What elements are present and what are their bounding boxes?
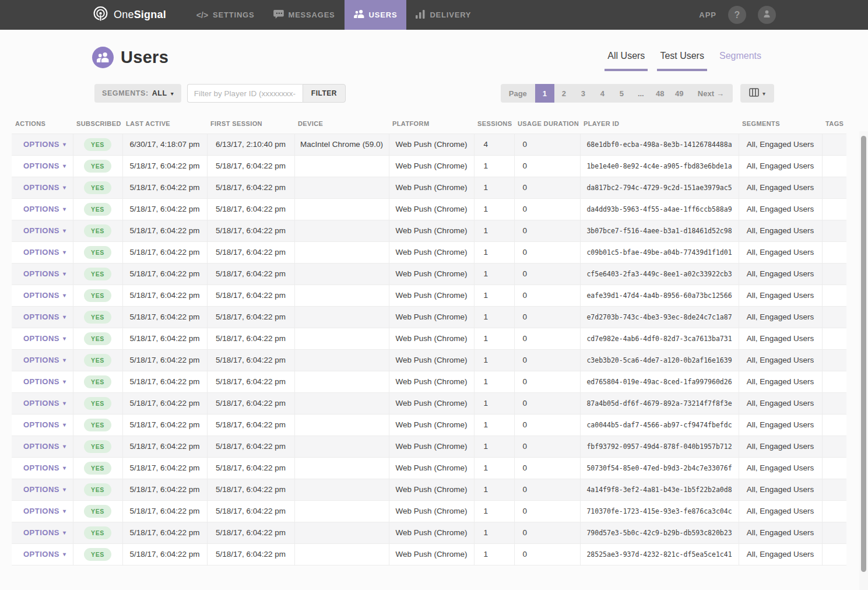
table-header: ACTIONS SUBSCRIBED LAST ACTIVE FIRST SES… <box>12 114 846 134</box>
options-dropdown[interactable]: OPTIONS ▾ <box>23 463 66 472</box>
options-dropdown[interactable]: OPTIONS ▾ <box>23 399 66 408</box>
column-visibility-button[interactable]: ▾ <box>740 84 774 103</box>
page-button[interactable]: 48 <box>651 84 670 103</box>
options-dropdown[interactable]: OPTIONS ▾ <box>23 550 66 559</box>
tab-test-users[interactable]: Test Users <box>657 51 707 71</box>
page-button[interactable]: 3 <box>574 84 593 103</box>
table-row: OPTIONS ▾ YES 5/18/17, 6:04:22 pm 5/18/1… <box>12 241 846 263</box>
options-dropdown[interactable]: OPTIONS ▾ <box>23 507 66 515</box>
first-session-cell: 6/13/17, 2:10:40 pm <box>207 134 294 155</box>
options-label: OPTIONS <box>23 356 59 364</box>
sessions-cell: 1 <box>474 177 514 198</box>
col-sessions: SESSIONS <box>474 114 514 134</box>
platform-cell: Web Push (Chrome) <box>389 522 474 543</box>
options-dropdown[interactable]: OPTIONS ▾ <box>23 269 66 278</box>
player-id-filter-input[interactable] <box>187 84 303 103</box>
first-session-cell: 5/18/17, 6:04:22 pm <box>207 349 294 371</box>
segments-cell: All, Engaged Users <box>739 543 822 565</box>
first-session-cell: 5/18/17, 6:04:22 pm <box>207 522 294 543</box>
tags-cell <box>822 241 846 263</box>
subscribed-badge: YES <box>84 160 111 173</box>
page-button[interactable]: 4 <box>593 84 612 103</box>
segments-cell: All, Engaged Users <box>739 328 822 349</box>
options-dropdown[interactable]: OPTIONS ▾ <box>23 442 66 451</box>
users-page-icon <box>92 47 114 68</box>
player-id-cell: ca0044b5-daf7-4566-ab97-cf9474fbefdc <box>580 414 739 436</box>
actions-cell: OPTIONS ▾ <box>12 155 73 177</box>
help-button[interactable]: ? <box>728 6 746 24</box>
options-dropdown[interactable]: OPTIONS ▾ <box>23 226 66 235</box>
platform-cell: Web Push (Chrome) <box>389 177 474 198</box>
options-dropdown[interactable]: OPTIONS ▾ <box>23 291 66 300</box>
subscribed-cell: YES <box>73 543 122 565</box>
usage-duration-cell: 0 <box>514 134 580 155</box>
options-label: OPTIONS <box>23 248 59 257</box>
subscribed-cell: YES <box>73 241 122 263</box>
subscribed-badge: YES <box>84 268 111 280</box>
table-row: OPTIONS ▾ YES 5/18/17, 6:04:22 pm 5/18/1… <box>12 500 846 522</box>
next-page-button[interactable]: Next → <box>689 84 733 103</box>
options-dropdown[interactable]: OPTIONS ▾ <box>23 377 66 386</box>
table-row: OPTIONS ▾ YES 5/18/17, 6:04:22 pm 5/18/1… <box>12 263 846 285</box>
nav-item-messages[interactable]: MESSAGES <box>264 0 345 30</box>
segments-filter-dropdown[interactable]: SEGMENTS: ALL ▾ <box>94 84 181 103</box>
options-dropdown[interactable]: OPTIONS ▾ <box>23 334 66 343</box>
caret-down-icon: ▾ <box>762 90 765 97</box>
options-dropdown[interactable]: OPTIONS ▾ <box>23 161 66 170</box>
player-id-cell: 87a4b05d-df6f-4679-892a-73214f7f8f3e <box>580 392 739 414</box>
options-dropdown[interactable]: OPTIONS ▾ <box>23 485 66 494</box>
nav-item-delivery[interactable]: DELIVERY <box>406 0 480 30</box>
subscribed-badge: YES <box>84 419 111 431</box>
device-cell <box>294 241 389 263</box>
options-label: OPTIONS <box>23 140 59 149</box>
tags-cell <box>822 349 846 371</box>
page-button[interactable]: 1 <box>535 84 554 103</box>
subscribed-cell: YES <box>73 436 122 457</box>
sessions-cell: 1 <box>474 349 514 371</box>
segments-cell: All, Engaged Users <box>739 436 822 457</box>
nav-item-users[interactable]: USERS <box>345 0 407 30</box>
first-session-cell: 5/18/17, 6:04:22 pm <box>207 500 294 522</box>
options-dropdown[interactable]: OPTIONS ▾ <box>23 356 66 364</box>
last-active-cell: 5/18/17, 6:04:22 pm <box>122 220 207 241</box>
options-dropdown[interactable]: OPTIONS ▾ <box>23 312 66 321</box>
options-label: OPTIONS <box>23 269 59 278</box>
page-button[interactable]: 5 <box>612 84 631 103</box>
last-active-cell: 5/18/17, 6:04:22 pm <box>122 155 207 177</box>
actions-cell: OPTIONS ▾ <box>12 306 73 328</box>
onesignal-logo[interactable]: OneSignal <box>92 0 166 30</box>
first-session-cell: 5/18/17, 6:04:22 pm <box>207 306 294 328</box>
caret-down-icon: ▾ <box>63 400 66 406</box>
subscribed-cell: YES <box>73 306 122 328</box>
options-dropdown[interactable]: OPTIONS ▾ <box>23 183 66 192</box>
filter-button[interactable]: FILTER <box>303 84 346 103</box>
first-session-cell: 5/18/17, 6:04:22 pm <box>207 155 294 177</box>
first-session-cell: 5/18/17, 6:04:22 pm <box>207 198 294 220</box>
platform-cell: Web Push (Chrome) <box>389 479 474 500</box>
page-buttons: 1 2 3 4 5 ... 48 49 <box>535 84 689 103</box>
page-button[interactable]: 49 <box>670 84 689 103</box>
subscribed-cell: YES <box>73 220 122 241</box>
account-avatar[interactable] <box>758 6 776 24</box>
tab-segments[interactable]: Segments <box>716 51 764 71</box>
options-dropdown[interactable]: OPTIONS ▾ <box>23 248 66 257</box>
tab-all-users[interactable]: All Users <box>605 51 648 71</box>
scrollbar-thumb[interactable] <box>861 136 866 572</box>
segments-cell: All, Engaged Users <box>739 522 822 543</box>
page-button[interactable]: ... <box>631 84 651 103</box>
nav-item-settings[interactable]: </> SETTINGS <box>187 0 264 30</box>
options-dropdown[interactable]: OPTIONS ▾ <box>23 528 66 537</box>
options-dropdown[interactable]: OPTIONS ▾ <box>23 205 66 213</box>
options-dropdown[interactable]: OPTIONS ▾ <box>23 140 66 149</box>
platform-cell: Web Push (Chrome) <box>389 155 474 177</box>
person-icon <box>762 9 772 21</box>
tags-cell <box>822 306 846 328</box>
usage-duration-cell: 0 <box>514 285 580 306</box>
app-label[interactable]: APP <box>699 10 716 19</box>
caret-down-icon: ▾ <box>63 227 66 234</box>
first-session-cell: 5/18/17, 6:04:22 pm <box>207 436 294 457</box>
player-id-filter-group: FILTER <box>187 84 346 103</box>
page-button[interactable]: 2 <box>554 84 574 103</box>
platform-cell: Web Push (Chrome) <box>389 134 474 155</box>
options-dropdown[interactable]: OPTIONS ▾ <box>23 420 66 429</box>
